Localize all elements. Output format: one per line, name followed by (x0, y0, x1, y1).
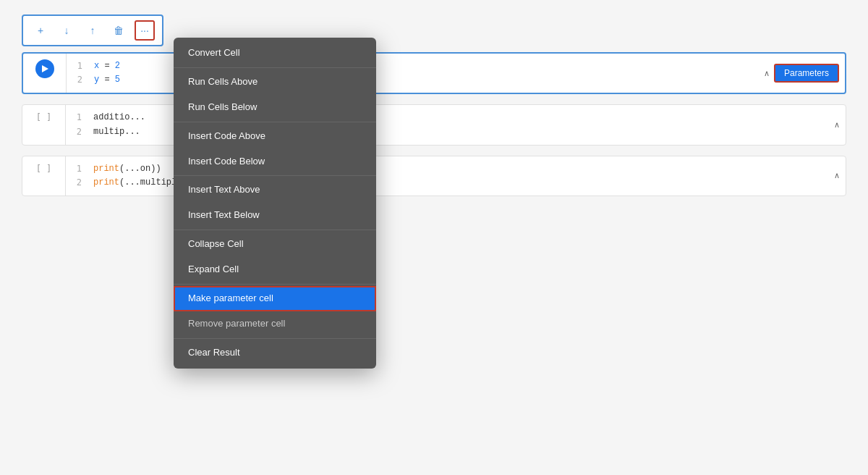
menu-divider-2 (174, 122, 376, 122)
notebook: + ↓ ↑ 🗑 ··· 1 2 x = 2 y = 5 ∧ Parameters… (0, 0, 868, 475)
menu-item-run-above[interactable]: Run Cells Above (174, 70, 376, 95)
menu-item-insert-text-below[interactable]: Insert Text Below (174, 203, 376, 228)
menu-item-insert-text-above[interactable]: Insert Text Above (174, 177, 376, 203)
add-cell-button[interactable]: + (30, 20, 51, 41)
menu-item-insert-code-below[interactable]: Insert Code Below (174, 149, 376, 175)
menu-item-collapse-cell[interactable]: Collapse Cell (174, 232, 376, 257)
cell-2-line-numbers: 1 2 (66, 105, 88, 144)
menu-item-run-below[interactable]: Run Cells Below (174, 95, 376, 120)
menu-divider-6 (174, 338, 376, 339)
move-down-button[interactable]: ↓ (56, 20, 77, 41)
cell-1-line-numbers: 1 2 (67, 54, 88, 93)
more-options-button[interactable]: ··· (135, 20, 155, 41)
cell-separator-2 (22, 147, 846, 156)
delete-cell-button[interactable]: 🗑 (109, 20, 129, 41)
move-up-button[interactable]: ↑ (82, 20, 103, 41)
cell-1-right: ∧ Parameters (758, 54, 845, 93)
cell-2-right: ∧ (828, 105, 846, 144)
cell-separator-1 (22, 96, 846, 104)
collapse-arrow-2-icon[interactable]: ∧ (834, 120, 840, 130)
cell-3: [ ] 1 2 print(...on)) print(...multiply)… (22, 156, 846, 196)
cell-2-bracket: [ ] (36, 111, 52, 122)
cell-toolbar: + ↓ ↑ 🗑 ··· (22, 14, 163, 46)
cell-3-line-numbers: 1 2 (66, 156, 88, 196)
run-button[interactable] (35, 59, 54, 78)
menu-item-make-parameter-cell[interactable]: Make parameter cell (174, 286, 376, 311)
menu-divider-3 (174, 175, 376, 176)
parameters-badge: Parameters (774, 64, 839, 83)
collapse-arrow-icon[interactable]: ∧ (764, 69, 770, 78)
menu-item-remove-parameter-cell[interactable]: Remove parameter cell (174, 311, 376, 337)
menu-item-clear-result[interactable]: Clear Result (174, 340, 376, 366)
cell-3-gutter: [ ] (22, 156, 66, 196)
menu-divider-5 (174, 284, 376, 285)
cell-2: [ ] 1 2 additio... multip... ∧ (22, 104, 846, 145)
cell-1-gutter (23, 54, 67, 93)
menu-divider-4 (174, 230, 376, 230)
cell-2-gutter: [ ] (22, 105, 66, 144)
cell-3-bracket: [ ] (36, 162, 52, 174)
cell-1: 1 2 x = 2 y = 5 ∧ Parameters (22, 52, 846, 94)
collapse-arrow-3-icon[interactable]: ∧ (834, 171, 840, 180)
menu-divider-1 (174, 67, 376, 68)
context-menu: Convert Cell Run Cells Above Run Cells B… (174, 38, 376, 369)
menu-item-expand-cell[interactable]: Expand Cell (174, 257, 376, 282)
menu-item-insert-code-above[interactable]: Insert Code Above (174, 124, 376, 149)
menu-item-convert-cell[interactable]: Convert Cell (174, 41, 376, 66)
cell-3-right: ∧ (828, 156, 846, 196)
